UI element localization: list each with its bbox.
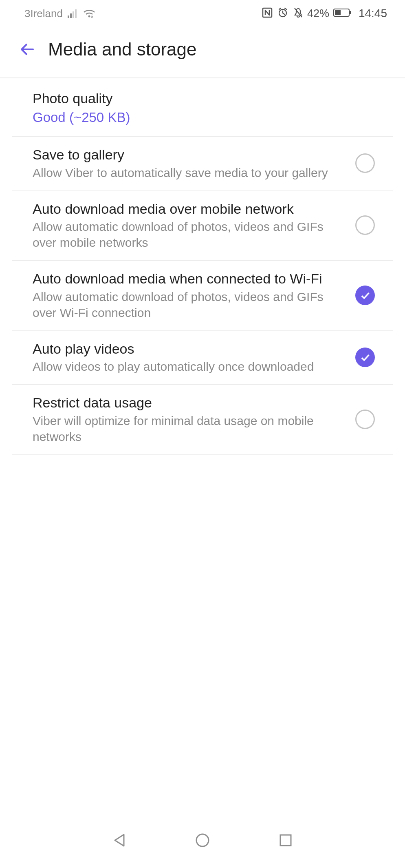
svg-line-7: [295, 8, 302, 17]
checkbox-auto-play-videos[interactable]: [355, 348, 375, 367]
svg-rect-2: [73, 11, 74, 18]
system-nav-bar: [0, 819, 405, 868]
back-button[interactable]: [16, 38, 38, 60]
svg-rect-12: [280, 835, 291, 846]
settings-list: Photo quality Good (~250 KB) Save to gal…: [0, 78, 405, 455]
setting-photo-quality[interactable]: Photo quality Good (~250 KB): [12, 78, 393, 137]
svg-point-4: [88, 16, 90, 18]
svg-rect-0: [68, 16, 69, 18]
carrier-label: 3Ireland: [24, 7, 63, 20]
setting-save-to-gallery[interactable]: Save to gallery Allow Viber to automatic…: [12, 137, 393, 191]
setting-title: Auto play videos: [33, 340, 347, 358]
check-icon: [359, 290, 371, 301]
svg-rect-3: [75, 9, 77, 18]
checkbox-auto-download-mobile[interactable]: [355, 215, 375, 235]
wifi-icon: [83, 9, 95, 18]
triangle-back-icon: [112, 832, 128, 848]
setting-title: Auto download media over mobile network: [33, 200, 347, 218]
setting-title: Auto download media when connected to Wi…: [33, 270, 347, 288]
nav-back-button[interactable]: [108, 828, 132, 852]
setting-title: Save to gallery: [33, 146, 347, 164]
setting-auto-download-mobile[interactable]: Auto download media over mobile network …: [12, 191, 393, 261]
page-title: Media and storage: [48, 39, 196, 60]
nav-recent-button[interactable]: [273, 828, 298, 852]
cellular-signal-icon: [68, 9, 78, 18]
checkbox-save-to-gallery[interactable]: [355, 153, 375, 173]
svg-rect-9: [335, 10, 341, 15]
setting-title: Restrict data usage: [33, 394, 347, 412]
alarm-icon: [277, 7, 288, 20]
battery-percent: 42%: [307, 7, 329, 20]
setting-subtitle: Allow videos to play automatically once …: [33, 359, 347, 374]
checkbox-auto-download-wifi[interactable]: [355, 286, 375, 305]
mute-icon: [293, 7, 304, 20]
setting-subtitle: Allow automatic download of photos, vide…: [33, 219, 347, 250]
setting-value: Good (~250 KB): [33, 108, 367, 127]
checkbox-restrict-data[interactable]: [355, 410, 375, 429]
arrow-left-icon: [18, 40, 36, 58]
svg-point-11: [196, 834, 209, 846]
setting-restrict-data[interactable]: Restrict data usage Viber will optimize …: [12, 385, 393, 455]
app-header: Media and storage: [0, 24, 405, 78]
setting-subtitle: Allow automatic download of photos, vide…: [33, 289, 347, 321]
setting-subtitle: Allow Viber to automatically save media …: [33, 165, 347, 181]
svg-rect-1: [70, 13, 72, 18]
circle-home-icon: [194, 832, 211, 848]
setting-title: Photo quality: [33, 90, 367, 108]
square-recent-icon: [277, 832, 294, 848]
setting-auto-download-wifi[interactable]: Auto download media when connected to Wi…: [12, 261, 393, 331]
setting-subtitle: Viber will optimize for minimal data usa…: [33, 413, 347, 445]
nav-home-button[interactable]: [190, 828, 215, 852]
battery-icon: [333, 8, 352, 19]
status-bar: 3Ireland: [0, 2, 405, 24]
check-icon: [359, 352, 371, 363]
svg-rect-10: [350, 11, 351, 14]
setting-auto-play-videos[interactable]: Auto play videos Allow videos to play au…: [12, 331, 393, 385]
clock-label: 14:45: [359, 7, 387, 20]
status-left: 3Ireland: [24, 7, 95, 20]
nfc-icon: [262, 7, 273, 20]
status-right: 42% 14:45: [262, 7, 387, 20]
